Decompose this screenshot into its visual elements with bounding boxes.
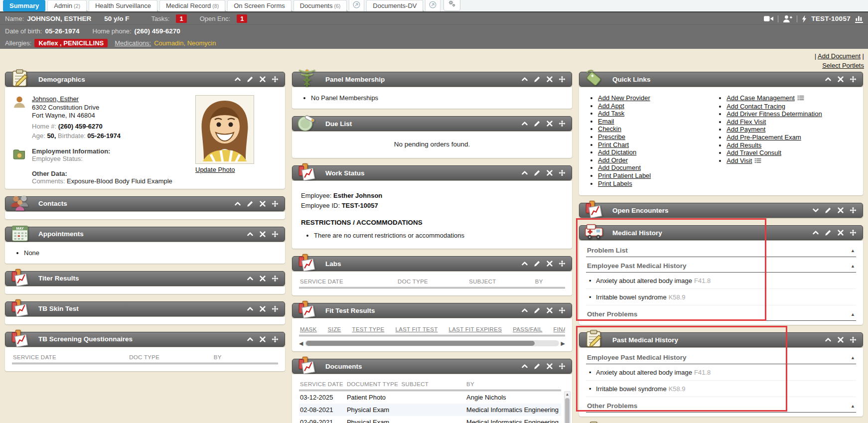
quick-link[interactable]: Add Visit [726, 157, 752, 164]
quick-link[interactable]: Add Results [726, 141, 761, 149]
collapse-button[interactable] [521, 260, 528, 267]
tab-popout[interactable] [425, 0, 440, 11]
tab-on-screen-forms[interactable]: On Screen Forms [227, 0, 291, 11]
quick-link[interactable]: Add Payment [726, 126, 765, 133]
column-header[interactable]: SERVICE DATE [300, 381, 347, 387]
quick-link[interactable]: Add New Provider [598, 94, 650, 102]
move-button[interactable] [559, 169, 566, 176]
bar-chart-icon[interactable] [855, 15, 863, 23]
close-button[interactable] [259, 76, 266, 83]
portlet-header[interactable]: Titer Results [5, 271, 285, 286]
tab-summary[interactable]: Summary [3, 0, 45, 11]
medications-label[interactable]: Medications: [115, 39, 151, 47]
move-button[interactable] [272, 305, 279, 312]
history-item[interactable]: Anxiety about altered body imageF41.8 [586, 364, 856, 381]
tab-documents[interactable]: Documents(6) [293, 0, 347, 11]
close-button[interactable] [259, 305, 266, 312]
portlet-header[interactable]: Labs [292, 256, 572, 271]
collapse-button[interactable] [812, 229, 819, 236]
column-header[interactable]: SUBJECT [469, 279, 535, 284]
sortable-column-header[interactable]: LAST FIT TEST [395, 326, 437, 332]
edit-button[interactable] [534, 260, 541, 267]
quick-link[interactable]: Add Task [598, 110, 624, 117]
close-button[interactable] [546, 169, 553, 176]
column-header[interactable]: BY [466, 381, 560, 387]
quick-link[interactable]: Add Case Management [726, 94, 795, 102]
quick-link[interactable]: Email [598, 118, 614, 125]
portlet-header[interactable]: Documents [292, 359, 572, 374]
sortable-column-header[interactable]: MASK [300, 326, 317, 332]
column-header[interactable]: DOC TYPE [398, 279, 469, 284]
portlet-header[interactable]: Work Status [292, 165, 572, 180]
collapse-button[interactable] [521, 307, 528, 314]
edit-button[interactable] [534, 76, 541, 83]
scrollbar-thumb[interactable] [565, 398, 570, 423]
move-button[interactable] [850, 229, 857, 236]
edit-button[interactable] [534, 169, 541, 176]
quick-link[interactable]: Add Flex Visit [726, 118, 766, 126]
tab-admin[interactable]: Admin(2) [47, 0, 87, 11]
history-item[interactable]: Irritable bowel syndromeK58.9 [586, 381, 856, 397]
column-header[interactable]: SERVICE DATE [300, 279, 398, 284]
collapse-button[interactable] [825, 336, 832, 343]
quick-link[interactable]: Add Pre-Placement Exam [726, 134, 801, 141]
sortable-column-header[interactable]: PASS/FAIL [513, 326, 542, 332]
expand-button[interactable] [812, 207, 819, 214]
close-button[interactable] [837, 207, 844, 214]
move-button[interactable] [559, 76, 566, 83]
close-button[interactable] [546, 76, 553, 83]
quick-link[interactable]: Add Travel Consult [726, 149, 781, 156]
collapse-triangle-icon[interactable]: ▲ [851, 248, 855, 253]
quick-link[interactable]: Add Document [598, 164, 641, 171]
portlet-header[interactable]: Fit Test Results [292, 303, 572, 318]
portlet-header[interactable]: Contacts [5, 196, 285, 211]
column-header[interactable]: SUBJECT [402, 381, 467, 387]
portlet-header[interactable]: Medical History [579, 225, 863, 240]
vertical-scrollbar[interactable]: ▲ [564, 391, 571, 423]
move-button[interactable] [559, 307, 566, 314]
edit-button[interactable] [534, 307, 541, 314]
move-button[interactable] [272, 231, 279, 238]
portlet-header[interactable]: Panel Membership [292, 72, 572, 87]
move-button[interactable] [272, 200, 279, 207]
collapse-button[interactable] [521, 363, 528, 370]
collapse-button[interactable] [521, 169, 528, 176]
quick-link[interactable]: Checkin [598, 125, 621, 133]
scroll-up-arrow[interactable]: ▲ [565, 392, 570, 398]
sortable-column-header[interactable]: SIZE [328, 326, 341, 332]
column-header[interactable]: BY [535, 279, 564, 284]
close-button[interactable] [837, 336, 844, 343]
scroll-left-arrow[interactable]: ◀ [299, 340, 303, 346]
edit-button[interactable] [534, 363, 541, 370]
quick-link[interactable]: Print Chart [598, 141, 629, 148]
close-button[interactable] [259, 336, 266, 343]
collapse-triangle-icon[interactable]: ▲ [851, 312, 855, 317]
column-header[interactable]: DOCUMENT TYPE [347, 381, 402, 387]
allergies-badge[interactable]: Keflex , PENICILLINS [34, 39, 108, 47]
collapse-button[interactable] [234, 200, 241, 207]
portlet-header[interactable]: MAYAppointments [5, 227, 285, 242]
close-button[interactable] [259, 231, 266, 238]
edit-button[interactable] [247, 200, 254, 207]
add-document-link[interactable]: Add Document [818, 52, 861, 60]
portal-settings-button[interactable] [443, 0, 460, 11]
sortable-column-header[interactable]: FINAL FIT FACTOR [554, 326, 565, 332]
collapse-button[interactable] [247, 275, 254, 282]
tab-medical-record[interactable]: Medical Record(8) [159, 0, 225, 11]
scroll-right-arrow[interactable]: ▶ [561, 340, 565, 346]
close-button[interactable] [259, 200, 266, 207]
collapse-button[interactable] [521, 120, 528, 127]
patient-name-link[interactable]: Johnson, Esther [32, 95, 79, 103]
quick-link[interactable]: Add Appt [598, 102, 624, 110]
quick-link[interactable]: Prescribe [598, 133, 625, 141]
sortable-column-header[interactable]: TEST TYPE [352, 326, 385, 332]
edit-button[interactable] [534, 120, 541, 127]
tab-documents-dv[interactable]: Documents-DV [366, 0, 423, 11]
close-button[interactable] [546, 120, 553, 127]
quick-link[interactable]: Print Patient Label [598, 172, 651, 179]
open-enc-count-badge[interactable]: 1 [237, 14, 247, 23]
move-button[interactable] [559, 120, 566, 127]
close-button[interactable] [546, 307, 553, 314]
close-button[interactable] [546, 363, 553, 370]
table-row[interactable]: 02-08-2021Physical ExamMedical Informati… [299, 404, 561, 416]
